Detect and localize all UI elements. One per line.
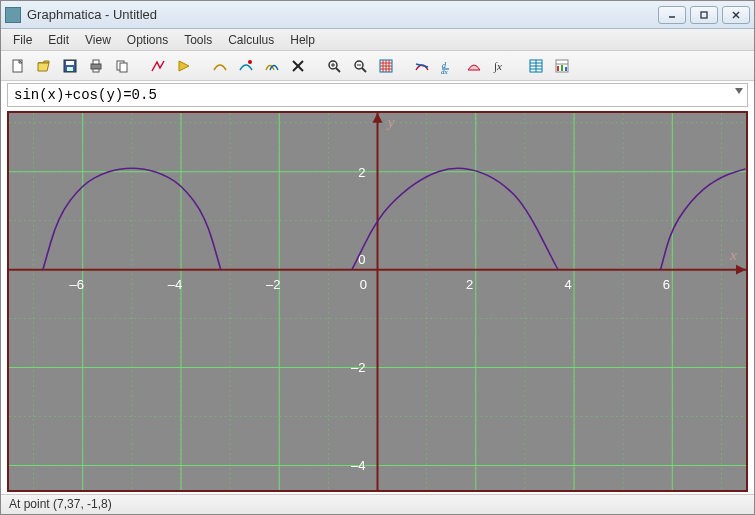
toolbar: ddx∫x	[1, 51, 754, 81]
svg-text:–2: –2	[351, 361, 366, 376]
draw-icon	[150, 58, 166, 74]
integrate-icon	[466, 58, 482, 74]
window-buttons	[658, 6, 750, 24]
toolbar-tangent-button[interactable]	[411, 55, 433, 77]
svg-text:2: 2	[358, 165, 365, 180]
toolbar-pause-button[interactable]	[173, 55, 195, 77]
toolbar-color-button[interactable]	[235, 55, 257, 77]
status-bar: At point (7,37, -1,8)	[1, 494, 754, 514]
toolbar-zoomout-button[interactable]	[349, 55, 371, 77]
menu-view[interactable]: View	[77, 30, 119, 50]
save-icon	[62, 58, 78, 74]
minimize-button[interactable]	[658, 6, 686, 24]
toolbar-copy-button[interactable]	[111, 55, 133, 77]
toolbar-func-button[interactable]: ∫x	[489, 55, 511, 77]
toolbar-print-button[interactable]	[85, 55, 107, 77]
svg-rect-6	[66, 61, 74, 65]
status-text: At point (7,37, -1,8)	[9, 497, 112, 511]
zoomout-icon	[352, 58, 368, 74]
svg-rect-43	[561, 65, 563, 71]
toolbar-redraw-button[interactable]	[261, 55, 283, 77]
toolbar-draw-button[interactable]	[147, 55, 169, 77]
svg-text:–4: –4	[168, 277, 183, 292]
zoomin-icon	[326, 58, 342, 74]
menu-tools[interactable]: Tools	[176, 30, 220, 50]
svg-point-13	[248, 60, 252, 64]
svg-text:–6: –6	[69, 277, 84, 292]
svg-text:6: 6	[663, 277, 670, 292]
svg-rect-8	[91, 64, 101, 69]
tables-icon	[528, 58, 544, 74]
grid-icon	[378, 58, 394, 74]
plot-area[interactable]: yx–6–4–20246–4–220	[7, 111, 748, 492]
equation-text: sin(x)+cos(y)=0.5	[14, 87, 157, 103]
svg-text:–2: –2	[266, 277, 281, 292]
open-icon	[36, 58, 52, 74]
svg-line-21	[362, 68, 366, 72]
new-icon	[10, 58, 26, 74]
menu-help[interactable]: Help	[282, 30, 323, 50]
menubar: FileEditViewOptionsToolsCalculusHelp	[1, 29, 754, 51]
close-button[interactable]	[722, 6, 750, 24]
svg-line-17	[336, 68, 340, 72]
toolbar-datatable-button[interactable]	[551, 55, 573, 77]
toolbar-hide-button[interactable]	[209, 55, 231, 77]
redraw-icon	[264, 58, 280, 74]
svg-rect-1	[701, 12, 707, 18]
hide-icon	[212, 58, 228, 74]
svg-text:4: 4	[564, 277, 571, 292]
pause-icon	[176, 58, 192, 74]
maximize-button[interactable]	[690, 6, 718, 24]
copy-icon	[114, 58, 130, 74]
equation-dropdown-icon[interactable]	[735, 88, 743, 94]
tangent-icon	[414, 58, 430, 74]
func-icon: ∫x	[492, 58, 508, 74]
toolbar-new-button[interactable]	[7, 55, 29, 77]
toolbar-derivative-button[interactable]: ddx	[437, 55, 459, 77]
svg-rect-7	[67, 67, 73, 71]
equation-input[interactable]: sin(x)+cos(y)=0.5	[7, 83, 748, 107]
plot-canvas: yx–6–4–20246–4–220	[9, 113, 746, 490]
svg-rect-44	[565, 67, 567, 71]
color-icon	[238, 58, 254, 74]
toolbar-zoomin-button[interactable]	[323, 55, 345, 77]
menu-options[interactable]: Options	[119, 30, 176, 50]
toolbar-delete-button[interactable]	[287, 55, 309, 77]
derivative-icon: ddx	[440, 58, 456, 74]
svg-text:∫x: ∫x	[493, 60, 502, 73]
svg-rect-10	[93, 69, 99, 72]
svg-rect-42	[557, 66, 559, 71]
svg-text:2: 2	[466, 277, 473, 292]
print-icon	[88, 58, 104, 74]
svg-rect-12	[120, 63, 127, 72]
svg-text:0: 0	[360, 277, 367, 292]
window-title: Graphmatica - Untitled	[27, 7, 658, 22]
toolbar-save-button[interactable]	[59, 55, 81, 77]
titlebar: Graphmatica - Untitled	[1, 1, 754, 29]
svg-text:x: x	[729, 246, 737, 263]
svg-rect-9	[93, 60, 99, 64]
toolbar-open-button[interactable]	[33, 55, 55, 77]
toolbar-integrate-button[interactable]	[463, 55, 485, 77]
toolbar-tables-button[interactable]	[525, 55, 547, 77]
menu-edit[interactable]: Edit	[40, 30, 77, 50]
svg-text:–4: –4	[351, 459, 366, 474]
app-icon	[5, 7, 21, 23]
datatable-icon	[554, 58, 570, 74]
svg-text:dx: dx	[441, 68, 449, 74]
menu-file[interactable]: File	[5, 30, 40, 50]
toolbar-grid-button[interactable]	[375, 55, 397, 77]
menu-calculus[interactable]: Calculus	[220, 30, 282, 50]
svg-text:y: y	[385, 113, 395, 131]
delete-icon	[290, 58, 306, 74]
